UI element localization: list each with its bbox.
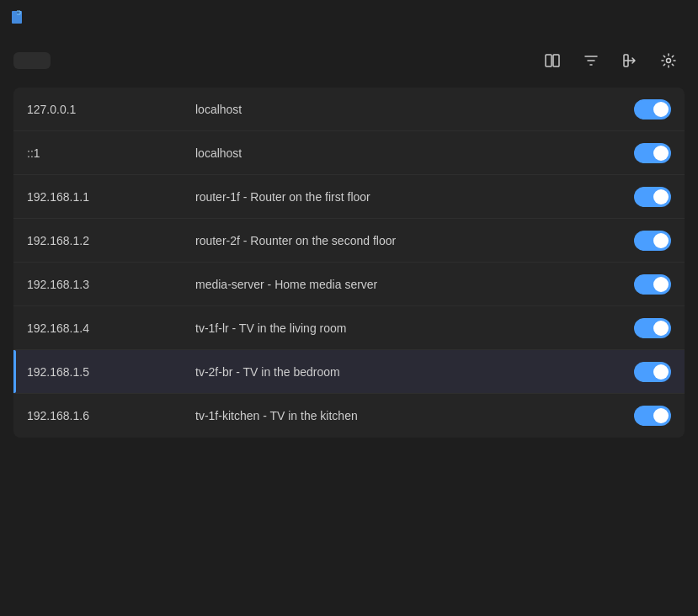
table-row[interactable]: 192.168.1.6tv-1f-kitchen - TV in the kit… [13,394,685,438]
toggle-container [634,99,671,119]
toggle-container [634,362,671,382]
toggle-thumb [653,321,669,336]
toggle-thumb [653,408,669,423]
toolbar [0,34,698,88]
toggle-container [634,274,671,295]
host-toggle[interactable] [634,187,671,207]
toggle-container [634,318,671,338]
host-ip: 192.168.1.3 [27,278,195,291]
host-toggle[interactable] [634,406,671,426]
host-ip: ::1 [27,146,195,160]
toggle-thumb [653,189,669,204]
split-view-button[interactable] [536,45,568,77]
window-controls [572,3,688,30]
svg-point-6 [667,59,671,63]
toggle-thumb [653,102,669,117]
host-name: tv-2f-br - TV in the bedroom [195,365,634,379]
host-name: localhost [195,146,634,160]
toggle-container [634,231,671,251]
toggle-thumb [653,364,669,380]
filter-icon [583,52,599,69]
app-icon [10,10,24,24]
filter-button[interactable] [575,45,607,77]
minimize-button[interactable] [572,3,610,30]
host-ip: 192.168.1.6 [27,409,195,422]
svg-rect-4 [553,55,559,66]
host-toggle[interactable] [634,362,671,382]
host-toggle[interactable] [634,143,671,163]
hosts-list: 127.0.0.1localhost::1localhost192.168.1.… [13,88,685,438]
main-content: 127.0.0.1localhost::1localhost192.168.1.… [0,88,698,616]
toggle-container [634,143,671,163]
table-row[interactable]: 192.168.1.3media-server - Home media ser… [13,263,685,306]
host-ip: 127.0.0.1 [27,103,195,116]
table-row[interactable]: 127.0.0.1localhost [13,88,685,131]
host-name: media-server - Home media server [195,278,634,291]
settings-button[interactable] [653,45,685,77]
host-toggle[interactable] [634,99,671,119]
host-ip: 192.168.1.4 [27,321,195,335]
split-view-icon [544,52,561,69]
export-icon [621,52,638,69]
table-row[interactable]: ::1localhost [13,131,685,175]
host-name: tv-1f-kitchen - TV in the kitchen [195,409,634,422]
host-toggle[interactable] [634,274,671,295]
settings-icon [660,52,677,69]
toggle-thumb [653,146,669,161]
maximize-button[interactable] [610,3,649,30]
toggle-container [634,187,671,207]
close-button[interactable] [649,3,688,30]
host-ip: 192.168.1.1 [27,190,195,204]
svg-rect-3 [546,55,551,66]
toggle-thumb [653,233,669,248]
host-ip: 192.168.1.5 [27,365,195,379]
table-row[interactable]: 192.168.1.5tv-2f-br - TV in the bedroom [13,350,685,394]
export-button[interactable] [614,45,646,77]
host-toggle[interactable] [634,231,671,251]
table-row[interactable]: 192.168.1.2router-2f - Rounter on the se… [13,219,685,263]
new-entry-button[interactable] [13,52,51,69]
host-name: router-1f - Router on the first floor [195,190,634,204]
table-row[interactable]: 192.168.1.1router-1f - Router on the fir… [13,175,685,219]
host-name: localhost [195,103,634,116]
host-ip: 192.168.1.2 [27,234,195,247]
svg-rect-2 [17,11,20,14]
table-row[interactable]: 192.168.1.4tv-1f-lr - TV in the living r… [13,306,685,350]
host-name: tv-1f-lr - TV in the living room [195,321,634,335]
host-name: router-2f - Rounter on the second floor [195,234,634,247]
host-toggle[interactable] [634,318,671,338]
toggle-thumb [653,277,669,292]
title-bar [0,0,698,34]
toggle-container [634,406,671,426]
